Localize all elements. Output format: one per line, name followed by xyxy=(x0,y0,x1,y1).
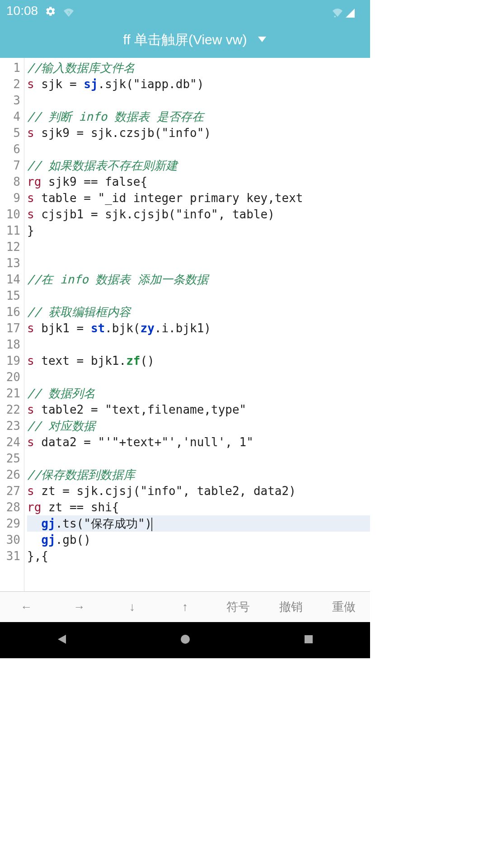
wifi-x-icon: × xyxy=(332,6,343,15)
redo-button[interactable]: 重做 xyxy=(317,593,370,621)
line-number: 24 xyxy=(0,434,21,450)
line-number: 12 xyxy=(0,239,21,255)
code-line[interactable]: //在 info 数据表 添加一条数据 xyxy=(27,271,370,288)
code-line[interactable] xyxy=(27,336,370,353)
line-number: 10 xyxy=(0,206,21,222)
code-line[interactable]: // 对应数据 xyxy=(27,418,370,434)
line-number: 30 xyxy=(0,532,21,548)
line-number: 17 xyxy=(0,320,21,336)
line-number: 13 xyxy=(0,255,21,271)
line-number: 1 xyxy=(0,60,21,76)
line-number: 8 xyxy=(0,174,21,190)
line-number: 23 xyxy=(0,418,21,434)
line-number: 21 xyxy=(0,385,21,401)
line-number: 14 xyxy=(0,271,21,288)
code-line[interactable]: s sjk = sj.sjk("iapp.db") xyxy=(27,76,370,92)
line-number: 5 xyxy=(0,125,21,141)
code-line[interactable]: s table = "_id integer primary key,text xyxy=(27,190,370,206)
code-line[interactable]: gj.gb() xyxy=(27,532,370,548)
signal-icon xyxy=(346,6,355,15)
line-number: 4 xyxy=(0,108,21,125)
svg-text:×: × xyxy=(334,14,336,18)
line-number: 9 xyxy=(0,190,21,206)
line-number: 29 xyxy=(0,515,21,532)
code-line[interactable]: gj.ts("保存成功") xyxy=(27,515,370,532)
line-number: 11 xyxy=(0,222,21,239)
code-line[interactable] xyxy=(27,369,370,385)
undo-button[interactable]: 撤销 xyxy=(264,593,317,621)
line-number: 16 xyxy=(0,304,21,320)
battery-icon xyxy=(357,5,364,16)
line-number: 15 xyxy=(0,288,21,304)
line-number: 28 xyxy=(0,499,21,515)
code-line[interactable]: // 数据列名 xyxy=(27,385,370,401)
gear-icon xyxy=(45,5,56,16)
line-number: 20 xyxy=(0,369,21,385)
code-line[interactable]: s table2 = "text,filename,type" xyxy=(27,401,370,418)
wifi-question-icon: ? xyxy=(63,6,74,15)
code-line[interactable]: s text = bjk1.zf() xyxy=(27,353,370,369)
code-line[interactable]: },{ xyxy=(27,548,370,564)
code-line[interactable]: s sjk9 = sjk.czsjb("info") xyxy=(27,125,370,141)
nav-home-button[interactable] xyxy=(158,633,212,647)
nav-back-button[interactable] xyxy=(35,633,89,647)
status-bar: 10:08 ? × xyxy=(0,0,370,22)
line-number: 31 xyxy=(0,548,21,564)
arrow-right-button[interactable]: → xyxy=(53,594,106,620)
svg-point-2 xyxy=(181,635,190,644)
code-line[interactable]: //输入数据库文件名 xyxy=(27,60,370,76)
header-title[interactable]: ff 单击触屏(View vw) xyxy=(123,31,247,49)
line-number: 18 xyxy=(0,336,21,353)
code-line[interactable]: // 如果数据表不存在则新建 xyxy=(27,157,370,174)
code-line[interactable]: rg zt == shi{ xyxy=(27,499,370,515)
status-time: 10:08 xyxy=(6,4,38,18)
line-number: 6 xyxy=(0,141,21,157)
code-line[interactable]: s bjk1 = st.bjk(zy.i.bjk1) xyxy=(27,320,370,336)
status-right: × xyxy=(332,5,364,16)
dropdown-icon[interactable] xyxy=(258,36,266,44)
line-number: 22 xyxy=(0,401,21,418)
svg-rect-3 xyxy=(305,635,313,643)
code-line[interactable] xyxy=(27,288,370,304)
symbol-button[interactable]: 符号 xyxy=(211,593,264,621)
editor-toolbar: ← → ↓ ↑ 符号 撤销 重做 xyxy=(0,591,370,622)
line-number: 19 xyxy=(0,353,21,369)
code-line[interactable]: //保存数据到数据库 xyxy=(27,467,370,483)
line-number: 7 xyxy=(0,157,21,174)
code-line[interactable]: s data2 = "'"+text+"','null', 1" xyxy=(27,434,370,450)
line-number: 25 xyxy=(0,450,21,467)
code-line[interactable]: // 判断 info 数据表 是否存在 xyxy=(27,108,370,125)
nav-recent-button[interactable] xyxy=(282,633,336,647)
arrow-up-button[interactable]: ↑ xyxy=(159,594,211,620)
text-cursor xyxy=(151,518,152,531)
code-line[interactable] xyxy=(27,239,370,255)
code-line[interactable] xyxy=(27,141,370,157)
line-number: 2 xyxy=(0,76,21,92)
svg-text:?: ? xyxy=(67,11,70,16)
code-line[interactable]: // 获取编辑框内容 xyxy=(27,304,370,320)
arrow-left-button[interactable]: ← xyxy=(0,594,53,620)
code-line[interactable]: s cjsjb1 = sjk.cjsjb("info", table) xyxy=(27,206,370,222)
code-line[interactable] xyxy=(27,450,370,467)
code-editor[interactable]: 1234567891011121314151617181920212223242… xyxy=(0,58,370,591)
code-area[interactable]: //输入数据库文件名s sjk = sj.sjk("iapp.db")// 判断… xyxy=(24,58,370,591)
android-nav-bar xyxy=(0,622,370,658)
code-line[interactable] xyxy=(27,92,370,108)
arrow-down-button[interactable]: ↓ xyxy=(106,594,159,620)
header-bar: ff 单击触屏(View vw) xyxy=(0,22,370,58)
code-line[interactable] xyxy=(27,255,370,271)
line-number: 27 xyxy=(0,483,21,499)
code-line[interactable]: s zt = sjk.cjsj("info", table2, data2) xyxy=(27,483,370,499)
line-number-gutter: 1234567891011121314151617181920212223242… xyxy=(0,58,24,591)
line-number: 3 xyxy=(0,92,21,108)
code-line[interactable]: rg sjk9 == false{ xyxy=(27,174,370,190)
status-left: 10:08 ? xyxy=(6,4,74,18)
line-number: 26 xyxy=(0,467,21,483)
code-line[interactable]: } xyxy=(27,222,370,239)
